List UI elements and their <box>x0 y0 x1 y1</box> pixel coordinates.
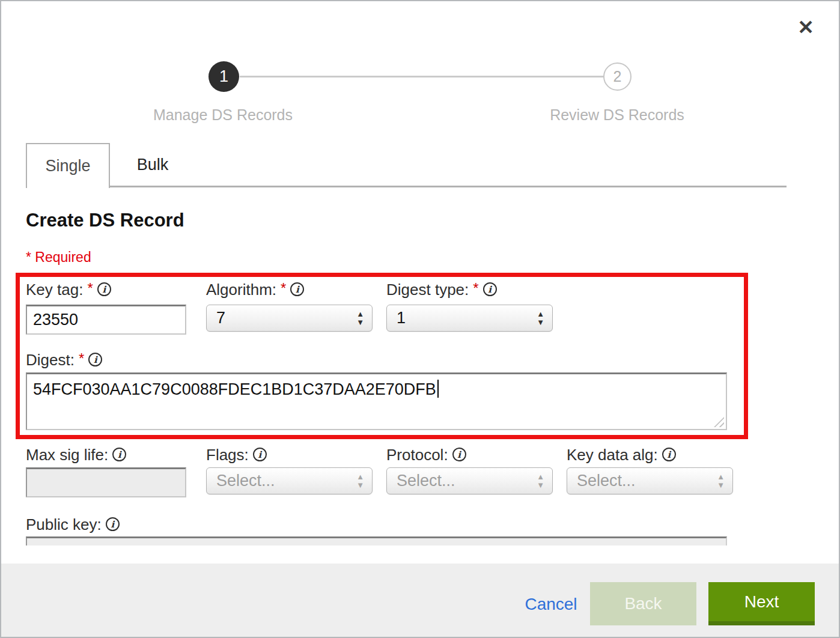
flags-label: Flags: <box>206 446 249 464</box>
select-arrows-icon: ▲ ▼ <box>537 474 544 488</box>
select-arrows-icon: ▲ ▼ <box>717 474 725 488</box>
required-marker: * <box>79 351 84 366</box>
key-tag-input[interactable]: 23550 <box>26 305 186 335</box>
algorithm-label: Algorithm: <box>206 281 276 299</box>
protocol-label: Protocol: <box>386 446 448 464</box>
select-arrows-icon: ▲ ▼ <box>537 311 544 326</box>
key-data-alg-label-row: Key data alg: i <box>567 446 676 464</box>
digest-value: 54FCF030AA1C79C0088FDEC1BD1C37DAA2E70DFB <box>33 380 436 398</box>
chevron-down-icon: ▼ <box>356 320 364 326</box>
back-button[interactable]: Back <box>590 582 696 625</box>
select-arrows-icon: ▲ ▼ <box>356 474 364 488</box>
tab-single[interactable]: Single <box>26 143 110 188</box>
info-icon-glyph: i <box>667 449 671 460</box>
algorithm-select[interactable]: 7 ▲ ▼ <box>206 305 373 332</box>
digest-textarea[interactable]: 54FCF030AA1C79C0088FDEC1BD1C37DAA2E70DFB <box>26 372 727 430</box>
public-key-label-row: Public key: i <box>26 515 120 533</box>
key-data-alg-select-value: Select... <box>577 472 717 490</box>
max-sig-life-input[interactable] <box>26 467 186 497</box>
chevron-up-icon: ▲ <box>537 311 544 317</box>
cancel-button[interactable]: Cancel <box>517 591 585 618</box>
info-icon[interactable]: i <box>452 448 466 461</box>
algorithm-select-value: 7 <box>216 309 356 327</box>
digest-label: Digest: <box>26 351 75 369</box>
max-sig-life-label: Max sig life: <box>26 446 108 464</box>
digest-type-label-row: Digest type: * i <box>386 281 497 299</box>
text-cursor <box>437 380 439 398</box>
chevron-down-icon: ▼ <box>537 320 544 326</box>
resize-handle[interactable] <box>714 417 724 427</box>
step-2-label: Review DS Records <box>509 106 725 124</box>
step-1-label: Manage DS Records <box>115 106 331 124</box>
info-icon[interactable]: i <box>112 448 126 461</box>
info-icon-glyph: i <box>457 449 461 460</box>
info-icon-glyph: i <box>488 284 492 295</box>
flags-select[interactable]: Select... ▲ ▼ <box>206 467 373 494</box>
chevron-up-icon: ▲ <box>537 474 544 480</box>
required-marker: * <box>87 281 93 296</box>
flags-label-row: Flags: i <box>206 446 267 464</box>
flags-select-value: Select... <box>216 472 356 490</box>
info-icon-glyph: i <box>111 519 114 530</box>
digest-label-row: Digest: * i <box>26 351 102 369</box>
close-icon[interactable]: ✕ <box>793 14 818 40</box>
create-ds-record-modal: ✕ 1 2 Manage DS Records Review DS Record… <box>0 0 840 638</box>
protocol-select-value: Select... <box>397 472 537 490</box>
key-tag-label: Key tag: <box>26 281 83 299</box>
info-icon[interactable]: i <box>88 353 102 366</box>
page-title: Create DS Record <box>26 210 184 231</box>
protocol-select[interactable]: Select... ▲ ▼ <box>386 467 553 494</box>
chevron-down-icon: ▼ <box>537 482 544 488</box>
public-key-textarea[interactable] <box>26 536 727 545</box>
required-marker: * <box>473 281 478 296</box>
select-arrows-icon: ▲ ▼ <box>356 311 364 326</box>
step-1-circle: 1 <box>208 61 239 92</box>
info-icon[interactable]: i <box>106 517 120 531</box>
info-icon-glyph: i <box>258 449 261 460</box>
digest-type-label: Digest type: <box>386 281 469 299</box>
required-note: * Required <box>26 249 91 266</box>
info-icon[interactable]: i <box>483 282 497 296</box>
info-icon-glyph: i <box>296 284 299 295</box>
key-data-alg-label: Key data alg: <box>567 446 658 464</box>
step-2-circle: 2 <box>603 62 632 91</box>
info-icon[interactable]: i <box>662 448 676 461</box>
protocol-label-row: Protocol: i <box>386 446 466 464</box>
key-data-alg-select[interactable]: Select... ▲ ▼ <box>567 467 733 494</box>
digest-type-select[interactable]: 1 ▲ ▼ <box>386 305 553 332</box>
chevron-down-icon: ▼ <box>356 482 364 488</box>
info-icon[interactable]: i <box>290 282 304 296</box>
chevron-up-icon: ▲ <box>356 311 364 317</box>
chevron-down-icon: ▼ <box>717 482 725 488</box>
max-sig-life-label-row: Max sig life: i <box>26 446 126 464</box>
key-tag-label-row: Key tag: * i <box>26 281 111 299</box>
stepper-connector-line <box>240 76 604 77</box>
chevron-up-icon: ▲ <box>717 474 725 480</box>
algorithm-label-row: Algorithm: * i <box>206 281 304 299</box>
required-marker: * <box>281 281 286 296</box>
info-icon[interactable]: i <box>97 282 111 296</box>
public-key-label: Public key: <box>26 515 102 533</box>
info-icon-glyph: i <box>102 284 106 295</box>
info-icon[interactable]: i <box>253 448 267 461</box>
chevron-up-icon: ▲ <box>356 474 364 480</box>
info-icon-glyph: i <box>118 449 121 460</box>
digest-type-select-value: 1 <box>397 309 537 327</box>
tab-bulk[interactable]: Bulk <box>110 143 195 186</box>
info-icon-glyph: i <box>94 354 97 365</box>
next-button[interactable]: Next <box>708 582 815 625</box>
